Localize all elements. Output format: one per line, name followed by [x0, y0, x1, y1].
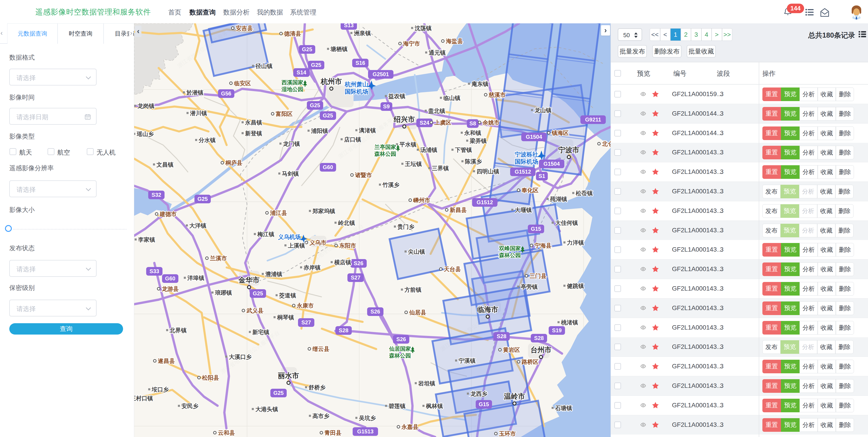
svg-text:宁溪镇: 宁溪镇	[459, 357, 476, 364]
svg-text:竹溪乡: 竹溪乡	[382, 182, 400, 188]
svg-text:G1504: G1504	[544, 161, 560, 167]
svg-text:四明山镇: 四明山镇	[476, 168, 499, 175]
svg-text:G1513: G1513	[357, 428, 373, 435]
svg-text:G60: G60	[323, 164, 333, 170]
svg-text:北仑区: 北仑区	[602, 141, 611, 147]
svg-text:宁波市: 宁波市	[558, 146, 580, 154]
svg-text:郑家坞镇: 郑家坞镇	[312, 208, 335, 214]
svg-text:益农镇: 益农镇	[389, 93, 405, 99]
svg-text:洲泉镇: 洲泉镇	[354, 30, 371, 36]
svg-text:下管镇: 下管镇	[455, 147, 472, 153]
svg-text:G60: G60	[165, 275, 175, 282]
svg-text:上溪镇: 上溪镇	[288, 242, 305, 249]
svg-text:桐琴镇: 桐琴镇	[277, 314, 294, 320]
svg-text:石塘镇: 石塘镇	[555, 405, 572, 411]
svg-text:G1504: G1504	[526, 134, 542, 140]
svg-text:临山镇: 临山镇	[443, 95, 461, 101]
svg-text:G15: G15	[478, 401, 489, 407]
svg-text:上虞区: 上虞区	[434, 119, 452, 126]
svg-text:海盐县: 海盐县	[446, 38, 463, 44]
svg-text:安民乡: 安民乡	[182, 403, 198, 409]
svg-text:G9211: G9211	[585, 117, 601, 123]
svg-text:仙居国家: 仙居国家	[389, 346, 411, 352]
svg-text:临安区: 临安区	[234, 80, 251, 86]
svg-text:仙居县: 仙居县	[409, 309, 426, 315]
svg-text:店口镇: 店口镇	[344, 136, 361, 143]
svg-text:森林公园: 森林公园	[374, 151, 396, 157]
svg-text:塘栖镇: 塘栖镇	[330, 46, 348, 52]
svg-text:G25: G25	[273, 390, 283, 396]
svg-text:青田县: 青田县	[324, 430, 342, 436]
svg-text:森林公园: 森林公园	[389, 352, 411, 358]
svg-text:瑶山乡: 瑶山乡	[137, 131, 154, 137]
svg-text:碧莲镇: 碧莲镇	[389, 403, 406, 409]
svg-text:金华市: 金华市	[239, 276, 260, 284]
svg-text:S26: S26	[354, 260, 364, 266]
svg-text:桃渚镇: 桃渚镇	[561, 319, 578, 325]
svg-text:贵门乡: 贵门乡	[397, 223, 414, 230]
svg-text:宁波栎社: 宁波栎社	[515, 151, 538, 158]
svg-text:松岙镇: 松岙镇	[576, 190, 593, 196]
svg-text:横店镇: 横店镇	[334, 259, 351, 266]
svg-text:武义县: 武义县	[246, 307, 264, 314]
svg-text:湿地公园: 湿地公园	[281, 86, 303, 92]
svg-text:盖北镇: 盖北镇	[428, 108, 445, 114]
svg-text:建德市: 建德市	[159, 211, 177, 217]
svg-text:桐庐县: 桐庐县	[225, 160, 243, 166]
svg-text:台州市: 台州市	[531, 346, 552, 354]
svg-text:S24: S24	[420, 120, 430, 126]
svg-text:赤岸镇: 赤岸镇	[304, 264, 321, 271]
svg-text:漓渚镇: 漓渚镇	[359, 127, 376, 133]
svg-text:丽水市: 丽水市	[278, 372, 299, 380]
svg-text:潜川镇: 潜川镇	[190, 110, 207, 116]
svg-text:G25: G25	[311, 62, 321, 68]
svg-text:海宁市: 海宁市	[403, 40, 420, 47]
svg-text:亭旁镇: 亭旁镇	[521, 284, 538, 290]
svg-text:方前镇: 方前镇	[404, 286, 422, 293]
svg-text:庵东镇: 庵东镇	[471, 81, 489, 87]
svg-text:龙西乡: 龙西乡	[470, 391, 488, 397]
svg-text:云和县: 云和县	[218, 430, 235, 436]
svg-text:王坛镇: 王坛镇	[405, 161, 422, 167]
svg-text:永康市: 永康市	[297, 302, 314, 309]
svg-text:G25: G25	[253, 290, 263, 296]
svg-text:S26: S26	[396, 336, 406, 342]
svg-text:义乌市: 义乌市	[309, 239, 327, 246]
svg-text:G1512: G1512	[515, 169, 531, 175]
svg-text:天台县: 天台县	[444, 266, 461, 272]
svg-text:陈溪乡: 陈溪乡	[465, 158, 482, 164]
svg-text:健跳镇: 健跳镇	[567, 283, 584, 289]
svg-text:S28: S28	[339, 327, 348, 334]
svg-text:G56: G56	[221, 90, 231, 97]
svg-text:文昌镇: 文昌镇	[156, 161, 174, 168]
svg-text:垵口乡: 垵口乡	[152, 386, 169, 393]
svg-text:森林公园: 森林公园	[499, 252, 521, 258]
svg-text:岭北镇: 岭北镇	[338, 220, 355, 226]
svg-text:S16: S16	[355, 60, 365, 66]
svg-text:嵊州市: 嵊州市	[413, 197, 430, 203]
svg-text:绍兴市: 绍兴市	[394, 115, 415, 123]
svg-text:李家镇: 李家镇	[138, 237, 155, 243]
svg-text:S26: S26	[371, 309, 380, 315]
svg-text:永嘉县: 永嘉县	[401, 424, 418, 430]
svg-text:奉化区: 奉化区	[522, 187, 539, 193]
svg-text:澧浦镇: 澧浦镇	[265, 271, 282, 277]
svg-text:大堰镇: 大堰镇	[515, 207, 532, 213]
svg-text:大港头镇: 大港头镇	[255, 406, 278, 412]
svg-text:力洋镇: 力洋镇	[566, 239, 584, 246]
svg-text:S33: S33	[150, 268, 159, 274]
svg-text:G25: G25	[323, 113, 333, 119]
svg-text:慈溪市: 慈溪市	[488, 92, 506, 98]
svg-text:王村口镇: 王村口镇	[134, 395, 153, 401]
svg-text:梁弄镇: 梁弄镇	[470, 137, 487, 144]
svg-text:大洋镇: 大洋镇	[189, 222, 207, 229]
svg-text:S9: S9	[383, 103, 390, 110]
svg-text:洋埠镇: 洋埠镇	[187, 275, 205, 281]
svg-text:S14: S14	[297, 69, 306, 75]
svg-text:G25: G25	[302, 46, 312, 52]
svg-text:尖山镇: 尖山镇	[408, 248, 425, 255]
svg-text:余姚市: 余姚市	[483, 119, 500, 126]
svg-text:国际机场: 国际机场	[515, 158, 538, 165]
svg-text:大佳何镇: 大佳何镇	[555, 220, 578, 226]
svg-text:新登镇: 新登镇	[245, 130, 262, 136]
